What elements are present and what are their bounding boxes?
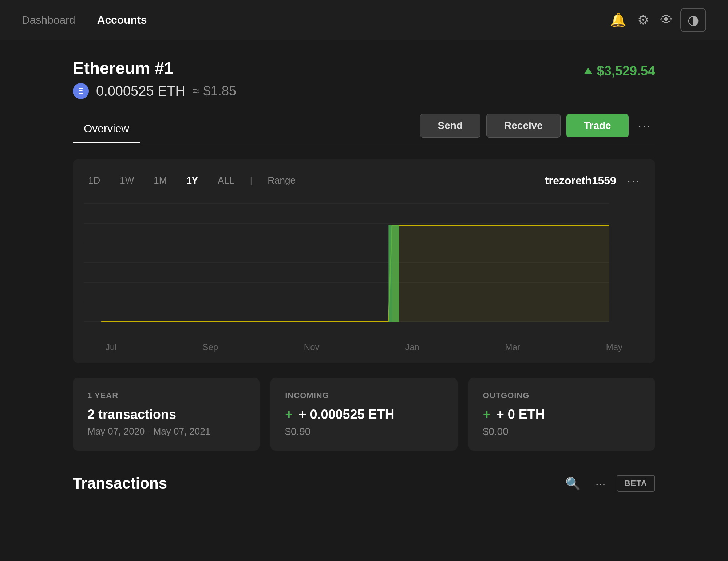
tabs: Overview	[73, 115, 140, 142]
bell-icon: 🔔	[610, 12, 626, 28]
account-usd-total: $3,529.54	[584, 63, 655, 79]
action-bar: Overview Send Receive Trade ···	[73, 114, 655, 144]
incoming-label: INCOMING	[285, 391, 443, 400]
eth-icon: Ξ	[73, 83, 89, 99]
account-title: Ethereum #1	[73, 58, 236, 78]
chart-svg	[84, 200, 644, 338]
transactions-more-button[interactable]: ···	[592, 473, 609, 494]
search-icon: 🔍	[565, 476, 581, 490]
trade-button[interactable]: Trade	[566, 114, 629, 137]
time-filter-1d[interactable]: 1D	[84, 172, 104, 189]
x-axis-labels: Jul Sep Nov Jan Mar May	[84, 338, 644, 352]
account-info: Ethereum #1 Ξ 0.000525 ETH ≈ $1.85	[73, 58, 236, 99]
transactions-title: Transactions	[73, 475, 167, 492]
nav-icons: 🔔 ⚙ 👁 ◑	[606, 8, 706, 32]
incoming-plus-icon: +	[285, 407, 293, 422]
search-transactions-button[interactable]: 🔍	[562, 472, 584, 494]
action-buttons: Send Receive Trade ···	[420, 114, 655, 144]
time-divider: |	[250, 175, 252, 186]
outgoing-usd: $0.00	[483, 426, 641, 438]
receive-button[interactable]: Receive	[486, 114, 561, 138]
x-label-nov: Nov	[304, 342, 320, 352]
account-header: Ethereum #1 Ξ 0.000525 ETH ≈ $1.85 $3,52…	[73, 58, 655, 99]
usd-approx: ≈ $1.85	[193, 83, 236, 99]
period-label: 1 YEAR	[87, 391, 245, 400]
eth-amount: 0.000525 ETH	[96, 83, 185, 99]
incoming-value: + + 0.000525 ETH	[285, 407, 443, 422]
chart-header: 1D 1W 1M 1Y ALL | Range trezoreth1559 ··…	[84, 170, 644, 191]
settings-button[interactable]: ⚙	[634, 9, 653, 31]
theme-button[interactable]: ◑	[680, 8, 706, 32]
time-filter-range[interactable]: Range	[263, 172, 300, 189]
beta-badge: BETA	[617, 475, 655, 492]
circle-half-icon: ◑	[688, 12, 699, 28]
time-filters: 1D 1W 1M 1Y ALL | Range	[84, 172, 300, 189]
x-label-may: May	[606, 342, 622, 352]
top-navigation: Dashboard Accounts 🔔 ⚙ 👁 ◑	[0, 0, 728, 40]
x-label-jul: Jul	[106, 342, 117, 352]
stat-card-incoming: INCOMING + + 0.000525 ETH $0.90	[270, 378, 457, 451]
nav-links: Dashboard Accounts	[22, 14, 147, 26]
actions-more-button[interactable]: ···	[634, 115, 655, 137]
x-label-mar: Mar	[505, 342, 520, 352]
nav-dashboard[interactable]: Dashboard	[22, 14, 75, 26]
incoming-usd: $0.90	[285, 426, 443, 438]
eye-icon: 👁	[660, 12, 673, 28]
x-label-jan: Jan	[405, 342, 419, 352]
x-label-sep: Sep	[202, 342, 218, 352]
transactions-value: 2 transactions	[87, 407, 245, 422]
transactions-actions: 🔍 ··· BETA	[562, 472, 655, 494]
time-filter-1w[interactable]: 1W	[115, 172, 138, 189]
main-content: Ethereum #1 Ξ 0.000525 ETH ≈ $1.85 $3,52…	[0, 40, 728, 513]
stat-card-period: 1 YEAR 2 transactions May 07, 2020 - May…	[73, 378, 260, 451]
up-arrow-icon	[584, 68, 593, 74]
chart-section: 1D 1W 1M 1Y ALL | Range trezoreth1559 ··…	[73, 159, 655, 363]
svg-marker-8	[392, 225, 609, 322]
outgoing-value: + + 0 ETH	[483, 407, 641, 422]
chart-area	[84, 200, 644, 338]
time-filter-1m[interactable]: 1M	[149, 172, 171, 189]
tab-overview[interactable]: Overview	[73, 115, 140, 143]
chart-title: trezoreth1559	[545, 174, 616, 187]
outgoing-label: OUTGOING	[483, 391, 641, 400]
gear-icon: ⚙	[637, 12, 649, 28]
time-filter-1y[interactable]: 1Y	[182, 172, 202, 189]
transactions-date: May 07, 2020 - May 07, 2021	[87, 426, 245, 437]
nav-accounts[interactable]: Accounts	[97, 14, 147, 26]
eye-button[interactable]: 👁	[656, 9, 677, 31]
chart-more-button[interactable]: ···	[624, 170, 644, 191]
stat-card-outgoing: OUTGOING + + 0 ETH $0.00	[468, 378, 655, 451]
outgoing-plus-icon: +	[483, 407, 491, 422]
notification-button[interactable]: 🔔	[606, 9, 630, 31]
time-filter-all[interactable]: ALL	[213, 172, 239, 189]
account-balance-row: Ξ 0.000525 ETH ≈ $1.85	[73, 83, 236, 99]
more-dots-icon: ···	[595, 476, 605, 490]
stats-row: 1 YEAR 2 transactions May 07, 2020 - May…	[73, 378, 655, 451]
transactions-header: Transactions 🔍 ··· BETA	[73, 472, 655, 494]
send-button[interactable]: Send	[420, 114, 480, 138]
